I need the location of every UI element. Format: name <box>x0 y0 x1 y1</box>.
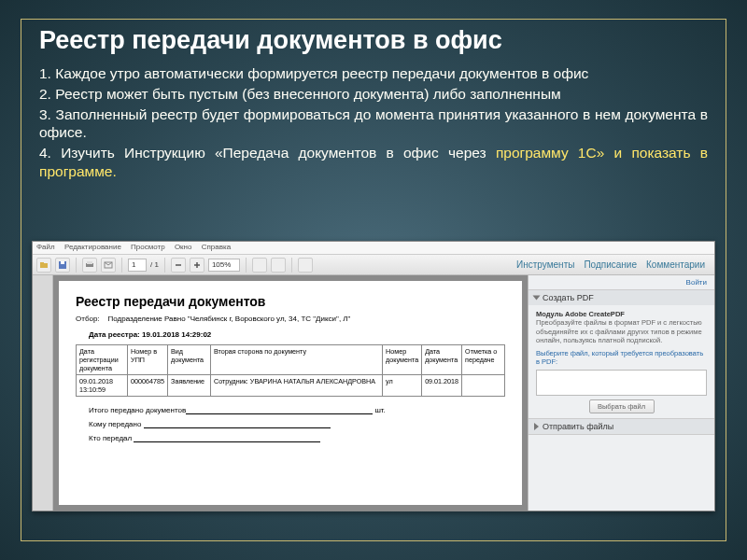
page-number-input[interactable]: 1 <box>128 259 147 272</box>
document-page: Реестр передачи документов Отбор: Подраз… <box>59 281 522 505</box>
table-row: 09.01.2018 13:10:59 000064785 Заявление … <box>77 375 505 397</box>
cell-doc-type: Заявление <box>168 375 211 397</box>
panel-send-files: Отправить файлы <box>529 419 714 435</box>
cell-doc-date: 09.01.2018 <box>422 375 462 397</box>
col-upp-number: Номер в УПП <box>128 345 168 375</box>
menu-view[interactable]: Просмотр <box>131 243 165 251</box>
nav-strip[interactable] <box>33 275 53 511</box>
who-line: Кто передал <box>89 434 505 442</box>
menu-file[interactable]: Файл <box>36 243 55 251</box>
total-unit: шт. <box>374 406 385 414</box>
col-transfer-mark: Отметка о передаче <box>462 345 505 375</box>
right-panel: Войти Создать PDF Модуль Adobe CreatePDF… <box>528 275 714 511</box>
save-button[interactable] <box>55 258 70 273</box>
tool-button[interactable] <box>271 258 286 273</box>
tool-button[interactable] <box>298 258 313 273</box>
filter-value: Подразделение Равно "Челябинск г, Воровс… <box>107 315 350 323</box>
tool-button[interactable] <box>252 258 267 273</box>
panel-create-pdf: Создать PDF Модуль Adobe CreatePDF Преоб… <box>529 290 714 419</box>
col-doc-number: Номер документа <box>383 345 422 375</box>
filter-label: Отбор: <box>76 315 100 323</box>
toolbar-separator <box>291 258 292 273</box>
zoom-value: 105% <box>212 260 231 269</box>
print-button[interactable] <box>82 258 97 273</box>
col-reg-date: Дата регистрации документа <box>77 345 128 375</box>
pdf-body: Реестр передачи документов Отбор: Подраз… <box>33 275 714 511</box>
tab-tools[interactable]: Инструменты <box>516 259 574 270</box>
tab-comments[interactable]: Комментарии <box>646 259 705 270</box>
panel-send-header[interactable]: Отправить файлы <box>529 419 714 434</box>
toolbar: 1 / 1 105% Инструменты Подписание Коммен… <box>33 255 714 275</box>
tab-sign[interactable]: Подписание <box>584 259 637 270</box>
panel-create-header[interactable]: Создать PDF <box>529 290 714 305</box>
toolbar-separator <box>164 258 165 273</box>
slide-paragraph-2: 2. Реестр может быть пустым (без внесенн… <box>39 85 708 104</box>
to-whom-line: Кому передано <box>89 420 505 428</box>
choose-file-button[interactable]: Выбрать файл <box>589 399 655 413</box>
cell-reg-date: 09.01.2018 13:10:59 <box>77 375 128 397</box>
module-desc: Преобразуйте файлы в формат PDF и с легк… <box>536 318 702 344</box>
slide-paragraph-1: 1. Каждое утро автоматически формируется… <box>39 64 708 83</box>
who-label: Кто передал <box>89 434 132 442</box>
underline <box>144 427 331 428</box>
slide-paragraph-4a: 4. Изучить Инструкцию «Передача документ… <box>39 145 496 161</box>
to-whom-label: Кому передано <box>89 420 141 428</box>
tool-tabs: Инструменты Подписание Комментарии <box>516 259 711 270</box>
svg-rect-5 <box>87 261 92 264</box>
chevron-right-icon <box>534 423 539 430</box>
total-label: Итого передано документов <box>89 406 186 414</box>
module-title: Модуль Adobe CreatePDF <box>536 310 625 318</box>
file-drop-box[interactable] <box>536 370 707 396</box>
cell-counterparty: Сотрудник: УВАРИНА НАТАЛЬЯ АЛЕКСАНДРОВНА <box>210 375 382 397</box>
pdf-viewer-window: Файл Редактирование Просмотр Окно Справк… <box>32 241 715 511</box>
zoom-level[interactable]: 105% <box>208 259 240 272</box>
doc-table: Дата регистрации документа Номер в УПП В… <box>76 344 505 397</box>
menu-bar: Файл Редактирование Просмотр Окно Справк… <box>33 242 714 255</box>
toolbar-separator <box>246 258 247 273</box>
underline <box>186 413 373 414</box>
cell-transfer-mark <box>462 375 505 397</box>
toolbar-separator <box>76 258 77 273</box>
slide: Реестр передачи документов в офис 1. Каж… <box>0 0 747 560</box>
slide-paragraph-4: 4. Изучить Инструкцию «Передача документ… <box>39 144 708 181</box>
doc-filter: Отбор: Подразделение Равно "Челябинск г,… <box>76 315 505 323</box>
menu-edit[interactable]: Редактирование <box>64 243 121 251</box>
svg-rect-1 <box>40 262 44 264</box>
menu-help[interactable]: Справка <box>202 243 231 251</box>
slide-paragraph-3: 3. Заполненный реестр будет формироватьс… <box>39 105 708 143</box>
doc-title: Реестр передачи документов <box>76 294 505 309</box>
menu-window[interactable]: Окно <box>175 243 192 251</box>
svg-rect-3 <box>61 261 64 264</box>
panel-create-title: Создать PDF <box>543 293 594 302</box>
page-total: / 1 <box>150 260 159 269</box>
col-counterparty: Вторая сторона по документу <box>210 345 382 375</box>
select-file-label: Выберите файл, который требуется преобра… <box>536 349 707 367</box>
toolbar-separator <box>121 258 122 273</box>
chevron-down-icon <box>533 296 541 301</box>
table-header-row: Дата регистрации документа Номер в УПП В… <box>77 345 505 375</box>
mail-button[interactable] <box>101 258 116 273</box>
zoom-out-button[interactable] <box>171 258 186 273</box>
panel-send-title: Отправить файлы <box>543 422 613 431</box>
col-doc-date: Дата документа <box>422 345 462 375</box>
cell-doc-number: ул <box>383 375 422 397</box>
total-line: Итого передано документов шт. <box>89 406 505 414</box>
open-button[interactable] <box>36 258 51 273</box>
panel-create-body: Модуль Adobe CreatePDF Преобразуйте файл… <box>529 305 714 418</box>
zoom-in-button[interactable] <box>190 258 204 273</box>
underline <box>134 441 320 442</box>
cell-upp-number: 000064785 <box>128 375 168 397</box>
page-current: 1 <box>132 260 135 269</box>
col-doc-type: Вид документа <box>168 345 211 375</box>
login-link[interactable]: Войти <box>529 275 714 290</box>
page-viewport: Реестр передачи документов Отбор: Подраз… <box>53 275 528 511</box>
slide-title: Реестр передачи документов в офис <box>39 26 721 55</box>
doc-date: Дата реестра: 19.01.2018 14:29:02 <box>89 330 505 339</box>
